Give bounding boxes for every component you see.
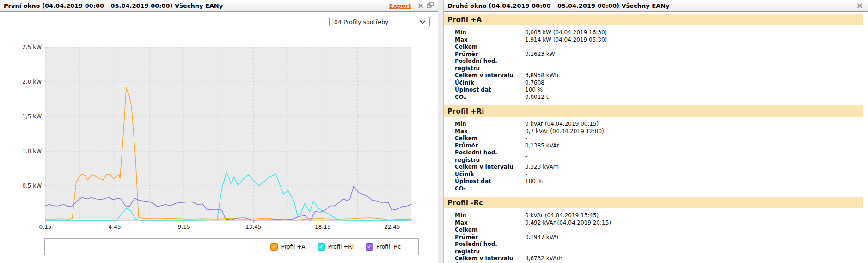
stat-label: Celkem — [455, 43, 525, 51]
stat-row: Celkem v intervalu3,323 kVArh — [444, 164, 863, 171]
stat-label: Úplnost dat — [455, 86, 525, 94]
swap-windows-icon[interactable] — [427, 1, 434, 10]
stat-label: Účiník — [455, 171, 525, 178]
stat-value: 4,6732 kVArh — [525, 255, 562, 263]
stat-row: Celkem- — [444, 135, 863, 142]
close-icon[interactable]: × — [856, 2, 863, 10]
svg-text:4:45: 4:45 — [109, 224, 121, 230]
stat-label: Úplnost dat — [455, 178, 525, 185]
check-icon: ✓ — [318, 244, 323, 250]
stat-label: Min — [455, 121, 525, 128]
legend-item[interactable]: ✓Profil -Rc — [366, 243, 401, 251]
dropdown-value: 04 Profily spotřeby — [334, 18, 388, 25]
right-panel-title: Druhé okno (04.04.2019 00:00 - 05.04.201… — [447, 2, 670, 9]
stat-value: 0 kVAr (04.04.2019 13:45) — [525, 212, 599, 220]
legend-checkbox[interactable]: ✓ — [366, 243, 373, 251]
check-icon: ✓ — [367, 244, 372, 250]
stat-value: - — [525, 153, 527, 160]
stat-row: Průměr0,1385 kVAr — [444, 142, 863, 150]
stat-value: - — [525, 171, 527, 178]
stat-row: Max0,7 kVAr (04.04.2019 12:00) — [444, 128, 863, 135]
section-header: Profil +Ri — [444, 105, 863, 117]
stat-row: Průměr0,1623 kW — [444, 51, 863, 58]
stat-label: Celkem — [455, 135, 525, 142]
stat-label: Min — [455, 212, 525, 220]
stat-value: 0,1947 kVAr — [525, 234, 559, 241]
stat-label: Celkem v intervalu — [455, 255, 525, 263]
stat-row: Max1,914 kW (04.04.2019 05:30) — [444, 37, 863, 44]
stat-row: Celkem- — [444, 43, 863, 51]
stat-label: Průměr — [455, 142, 525, 150]
stat-row: CO₂0,0012 t — [444, 94, 863, 101]
stat-value: 1,914 kW (04.04.2019 05:30) — [525, 37, 607, 44]
stat-label: Min — [455, 29, 525, 37]
stat-row: Celkem- — [444, 226, 863, 234]
stat-row: Max0,492 kVAr (04.04.2019 20:15) — [444, 220, 863, 227]
stat-value: 0,7608 — [525, 80, 544, 87]
legend-item[interactable]: ✓Profil +A — [270, 243, 305, 251]
left-panel-title: První okno (04.04.2019 00:00 - 05.04.201… — [4, 2, 223, 9]
stats-sections: Profil +AMin0,003 kW (04.04.2019 16:30)M… — [444, 12, 868, 263]
stat-value: 100 % — [525, 178, 543, 185]
stat-value: 0,1623 kW — [525, 51, 555, 58]
stat-row: Celkem v intervalu4,6732 kVArh — [444, 255, 863, 263]
section-header: Profil +A — [444, 14, 863, 25]
section-header: Profil -Rc — [444, 197, 863, 208]
stat-label: Poslední hod. registru — [455, 149, 525, 164]
check-icon: ✓ — [272, 244, 276, 250]
stat-row: Účiník0,7608 — [444, 80, 863, 87]
stat-row: Poslední hod. registru- — [444, 241, 863, 255]
stat-value: - — [525, 43, 527, 51]
stat-label: Průměr — [455, 51, 525, 58]
stat-row: Poslední hod. registru- — [444, 149, 863, 164]
chevron-down-icon — [420, 18, 426, 24]
svg-text:0,5 kW: 0,5 kW — [22, 183, 42, 189]
stat-value: - — [525, 135, 527, 142]
svg-text:1,0 kW: 1,0 kW — [22, 148, 42, 154]
stat-row: Účiník- — [444, 171, 863, 178]
stat-row: Úplnost dat100 % — [444, 86, 863, 94]
stat-value: 3,8958 kWh — [525, 72, 558, 80]
stat-value: 0,1385 kVAr — [525, 142, 559, 150]
stat-label: CO₂ — [455, 185, 525, 193]
legend-label: Profil -Rc — [376, 244, 401, 250]
profile-chart: 0,5 kW1,0 kW1,5 kW2,0 kW2,5 kW0:154:459:… — [0, 28, 438, 236]
legend-label: Profil +A — [281, 244, 305, 250]
legend-label: Profil +Ri — [328, 244, 354, 250]
stat-value: 0,7 kVAr (04.04.2019 12:00) — [525, 128, 604, 135]
svg-text:18:15: 18:15 — [315, 224, 331, 230]
stat-row: Min0 kVAr (04.04.2019 00:15) — [444, 121, 863, 128]
stat-value: 100 % — [525, 86, 543, 94]
legend-checkbox[interactable]: ✓ — [270, 243, 278, 251]
stat-row: Úplnost dat100 % — [444, 178, 863, 185]
profile-type-dropdown[interactable]: 04 Profily spotřeby — [329, 17, 430, 27]
right-panel-header: Druhé okno (04.04.2019 00:00 - 05.04.201… — [444, 0, 868, 12]
legend-item[interactable]: ✓Profil +Ri — [318, 243, 354, 251]
chart-legend: ✓Profil +A✓Profil +Ri✓Profil -Rc — [44, 238, 419, 255]
stat-row: Min0 kVAr (04.04.2019 13:45) — [444, 212, 863, 220]
legend-checkbox[interactable]: ✓ — [318, 243, 325, 251]
panel-splitter[interactable] — [438, 0, 444, 263]
stat-value: 0,492 kVAr (04.04.2019 20:15) — [525, 220, 611, 227]
stat-label: Účiník — [455, 80, 525, 87]
stat-value: - — [525, 61, 527, 69]
export-link[interactable]: Export — [389, 2, 411, 9]
svg-text:9:15: 9:15 — [178, 224, 190, 230]
svg-text:13:45: 13:45 — [245, 224, 262, 230]
stat-value: - — [525, 226, 527, 234]
stat-label: Poslední hod. registru — [455, 58, 525, 72]
svg-text:22:45: 22:45 — [384, 224, 400, 230]
svg-text:1,5 kW: 1,5 kW — [22, 113, 42, 120]
stat-label: Celkem — [455, 226, 525, 234]
left-panel-header: První okno (04.04.2019 00:00 - 05.04.201… — [0, 0, 438, 12]
stat-value: 3,323 kVArh — [525, 164, 559, 171]
stat-label: Poslední hod. registru — [455, 241, 525, 255]
svg-text:2,5 kW: 2,5 kW — [22, 44, 42, 50]
svg-text:0:15: 0:15 — [39, 224, 52, 230]
stat-label: Max — [455, 37, 525, 44]
svg-text:2,0 kW: 2,0 kW — [22, 79, 42, 85]
close-icon[interactable]: × — [417, 2, 424, 10]
stat-row: Celkem v intervalu3,8958 kWh — [444, 72, 863, 80]
stat-value: - — [525, 245, 527, 252]
stat-value: - — [525, 185, 527, 193]
